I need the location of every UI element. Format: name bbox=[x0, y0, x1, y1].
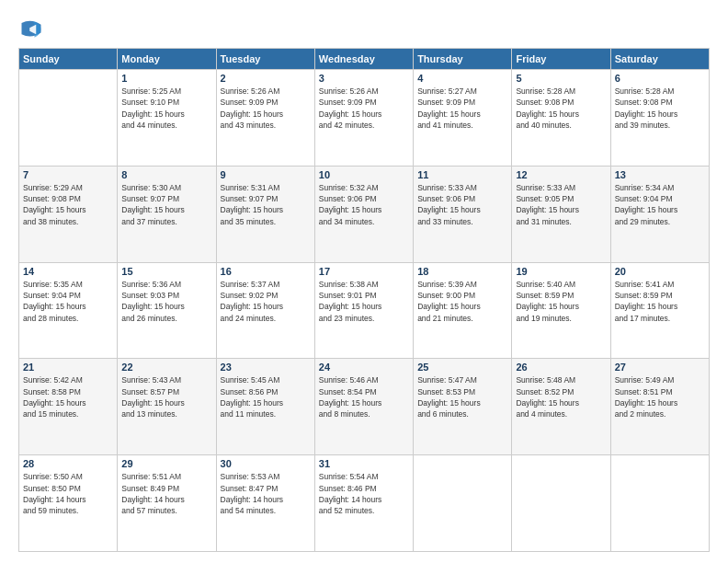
day-number: 16 bbox=[221, 266, 311, 277]
day-info: Sunrise: 5:33 AM Sunset: 9:05 PM Dayligh… bbox=[516, 182, 606, 227]
calendar-cell: 13Sunrise: 5:34 AM Sunset: 9:04 PM Dayli… bbox=[610, 166, 709, 262]
calendar-header-row: SundayMondayTuesdayWednesdayThursdayFrid… bbox=[19, 49, 710, 70]
day-info: Sunrise: 5:26 AM Sunset: 9:09 PM Dayligh… bbox=[221, 86, 311, 131]
day-number: 19 bbox=[516, 266, 606, 277]
header bbox=[18, 17, 710, 42]
day-number: 26 bbox=[516, 362, 606, 373]
day-info: Sunrise: 5:48 AM Sunset: 8:52 PM Dayligh… bbox=[516, 374, 606, 419]
weekday-header: Saturday bbox=[610, 49, 709, 70]
calendar-cell: 21Sunrise: 5:42 AM Sunset: 8:58 PM Dayli… bbox=[19, 359, 118, 455]
day-number: 29 bbox=[121, 458, 211, 469]
calendar-cell: 30Sunrise: 5:53 AM Sunset: 8:47 PM Dayli… bbox=[216, 455, 314, 552]
calendar-cell: 24Sunrise: 5:46 AM Sunset: 8:54 PM Dayli… bbox=[314, 359, 413, 455]
day-number: 21 bbox=[23, 362, 113, 373]
calendar-cell: 16Sunrise: 5:37 AM Sunset: 9:02 PM Dayli… bbox=[216, 262, 314, 359]
day-info: Sunrise: 5:43 AM Sunset: 8:57 PM Dayligh… bbox=[121, 374, 211, 419]
weekday-header: Friday bbox=[512, 49, 610, 70]
day-info: Sunrise: 5:31 AM Sunset: 9:07 PM Dayligh… bbox=[221, 182, 311, 227]
day-info: Sunrise: 5:28 AM Sunset: 9:08 PM Dayligh… bbox=[516, 86, 606, 131]
day-info: Sunrise: 5:51 AM Sunset: 8:49 PM Dayligh… bbox=[121, 471, 211, 516]
calendar-cell: 26Sunrise: 5:48 AM Sunset: 8:52 PM Dayli… bbox=[512, 359, 610, 455]
day-info: Sunrise: 5:34 AM Sunset: 9:04 PM Dayligh… bbox=[615, 182, 705, 227]
calendar-week-row: 1Sunrise: 5:25 AM Sunset: 9:10 PM Daylig… bbox=[19, 70, 710, 167]
calendar-cell bbox=[19, 70, 118, 167]
day-number: 10 bbox=[319, 169, 409, 180]
day-number: 5 bbox=[516, 73, 606, 84]
day-info: Sunrise: 5:30 AM Sunset: 9:07 PM Dayligh… bbox=[121, 182, 211, 227]
calendar-cell: 17Sunrise: 5:38 AM Sunset: 9:01 PM Dayli… bbox=[314, 262, 413, 359]
weekday-header: Monday bbox=[118, 49, 216, 70]
day-number: 30 bbox=[221, 458, 311, 469]
day-info: Sunrise: 5:27 AM Sunset: 9:09 PM Dayligh… bbox=[417, 86, 507, 131]
day-number: 13 bbox=[615, 169, 705, 180]
calendar-cell: 2Sunrise: 5:26 AM Sunset: 9:09 PM Daylig… bbox=[216, 70, 314, 167]
calendar-week-row: 21Sunrise: 5:42 AM Sunset: 8:58 PM Dayli… bbox=[19, 359, 710, 455]
calendar-cell bbox=[610, 455, 709, 552]
calendar-cell: 31Sunrise: 5:54 AM Sunset: 8:46 PM Dayli… bbox=[314, 455, 413, 552]
day-info: Sunrise: 5:25 AM Sunset: 9:10 PM Dayligh… bbox=[121, 86, 211, 131]
day-number: 17 bbox=[319, 266, 409, 277]
day-info: Sunrise: 5:29 AM Sunset: 9:08 PM Dayligh… bbox=[23, 182, 113, 227]
day-info: Sunrise: 5:37 AM Sunset: 9:02 PM Dayligh… bbox=[221, 279, 311, 324]
day-number: 22 bbox=[121, 362, 211, 373]
calendar-cell: 20Sunrise: 5:41 AM Sunset: 8:59 PM Dayli… bbox=[610, 262, 709, 359]
calendar-cell: 15Sunrise: 5:36 AM Sunset: 9:03 PM Dayli… bbox=[118, 262, 216, 359]
weekday-header: Sunday bbox=[19, 49, 118, 70]
calendar-cell: 22Sunrise: 5:43 AM Sunset: 8:57 PM Dayli… bbox=[118, 359, 216, 455]
calendar: SundayMondayTuesdayWednesdayThursdayFrid… bbox=[18, 48, 710, 552]
day-info: Sunrise: 5:40 AM Sunset: 8:59 PM Dayligh… bbox=[516, 279, 606, 324]
calendar-cell: 4Sunrise: 5:27 AM Sunset: 9:09 PM Daylig… bbox=[414, 70, 512, 167]
calendar-cell: 12Sunrise: 5:33 AM Sunset: 9:05 PM Dayli… bbox=[512, 166, 610, 262]
calendar-body: 1Sunrise: 5:25 AM Sunset: 9:10 PM Daylig… bbox=[19, 70, 710, 552]
calendar-cell: 6Sunrise: 5:28 AM Sunset: 9:08 PM Daylig… bbox=[610, 70, 709, 167]
calendar-cell: 18Sunrise: 5:39 AM Sunset: 9:00 PM Dayli… bbox=[414, 262, 512, 359]
calendar-cell: 5Sunrise: 5:28 AM Sunset: 9:08 PM Daylig… bbox=[512, 70, 610, 167]
day-info: Sunrise: 5:26 AM Sunset: 9:09 PM Dayligh… bbox=[319, 86, 409, 131]
day-info: Sunrise: 5:33 AM Sunset: 9:06 PM Dayligh… bbox=[417, 182, 507, 227]
day-number: 4 bbox=[417, 73, 507, 84]
day-info: Sunrise: 5:45 AM Sunset: 8:56 PM Dayligh… bbox=[221, 374, 311, 419]
day-info: Sunrise: 5:38 AM Sunset: 9:01 PM Dayligh… bbox=[319, 279, 409, 324]
calendar-cell: 19Sunrise: 5:40 AM Sunset: 8:59 PM Dayli… bbox=[512, 262, 610, 359]
weekday-header: Tuesday bbox=[216, 49, 314, 70]
day-number: 8 bbox=[121, 169, 211, 180]
calendar-week-row: 28Sunrise: 5:50 AM Sunset: 8:50 PM Dayli… bbox=[19, 455, 710, 552]
day-number: 14 bbox=[23, 266, 113, 277]
calendar-cell: 25Sunrise: 5:47 AM Sunset: 8:53 PM Dayli… bbox=[414, 359, 512, 455]
day-number: 15 bbox=[121, 266, 211, 277]
day-number: 6 bbox=[615, 73, 705, 84]
day-number: 3 bbox=[319, 73, 409, 84]
day-info: Sunrise: 5:54 AM Sunset: 8:46 PM Dayligh… bbox=[319, 471, 409, 516]
day-number: 1 bbox=[121, 73, 211, 84]
day-number: 7 bbox=[23, 169, 113, 180]
calendar-cell: 10Sunrise: 5:32 AM Sunset: 9:06 PM Dayli… bbox=[314, 166, 413, 262]
page: SundayMondayTuesdayWednesdayThursdayFrid… bbox=[0, 0, 728, 563]
day-number: 2 bbox=[221, 73, 311, 84]
day-info: Sunrise: 5:46 AM Sunset: 8:54 PM Dayligh… bbox=[319, 374, 409, 419]
day-info: Sunrise: 5:36 AM Sunset: 9:03 PM Dayligh… bbox=[121, 279, 211, 324]
day-info: Sunrise: 5:32 AM Sunset: 9:06 PM Dayligh… bbox=[319, 182, 409, 227]
day-number: 11 bbox=[417, 169, 507, 180]
day-info: Sunrise: 5:53 AM Sunset: 8:47 PM Dayligh… bbox=[221, 471, 311, 516]
day-number: 27 bbox=[615, 362, 705, 373]
day-info: Sunrise: 5:49 AM Sunset: 8:51 PM Dayligh… bbox=[615, 374, 705, 419]
day-info: Sunrise: 5:35 AM Sunset: 9:04 PM Dayligh… bbox=[23, 279, 113, 324]
calendar-cell: 7Sunrise: 5:29 AM Sunset: 9:08 PM Daylig… bbox=[19, 166, 118, 262]
calendar-cell: 3Sunrise: 5:26 AM Sunset: 9:09 PM Daylig… bbox=[314, 70, 413, 167]
day-info: Sunrise: 5:41 AM Sunset: 8:59 PM Dayligh… bbox=[615, 279, 705, 324]
day-number: 20 bbox=[615, 266, 705, 277]
calendar-cell: 28Sunrise: 5:50 AM Sunset: 8:50 PM Dayli… bbox=[19, 455, 118, 552]
calendar-cell: 27Sunrise: 5:49 AM Sunset: 8:51 PM Dayli… bbox=[610, 359, 709, 455]
calendar-cell: 29Sunrise: 5:51 AM Sunset: 8:49 PM Dayli… bbox=[118, 455, 216, 552]
day-info: Sunrise: 5:42 AM Sunset: 8:58 PM Dayligh… bbox=[23, 374, 113, 419]
calendar-cell: 1Sunrise: 5:25 AM Sunset: 9:10 PM Daylig… bbox=[118, 70, 216, 167]
day-number: 28 bbox=[23, 458, 113, 469]
day-info: Sunrise: 5:28 AM Sunset: 9:08 PM Dayligh… bbox=[615, 86, 705, 131]
day-number: 18 bbox=[417, 266, 507, 277]
calendar-cell: 23Sunrise: 5:45 AM Sunset: 8:56 PM Dayli… bbox=[216, 359, 314, 455]
day-info: Sunrise: 5:47 AM Sunset: 8:53 PM Dayligh… bbox=[417, 374, 507, 419]
day-number: 25 bbox=[417, 362, 507, 373]
weekday-header: Thursday bbox=[414, 49, 512, 70]
calendar-cell: 14Sunrise: 5:35 AM Sunset: 9:04 PM Dayli… bbox=[19, 262, 118, 359]
day-number: 9 bbox=[221, 169, 311, 180]
